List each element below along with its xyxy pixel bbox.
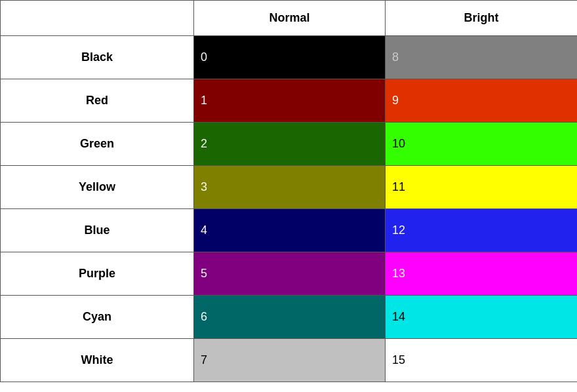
bright-color-white: 15: [386, 339, 578, 382]
normal-color-purple: 5: [194, 252, 386, 296]
normal-color-white: 7: [194, 339, 386, 382]
normal-color-red: 1: [194, 79, 386, 123]
row-label-yellow: Yellow: [1, 166, 194, 209]
row-label-cyan: Cyan: [1, 296, 194, 339]
normal-color-green: 2: [194, 123, 386, 166]
bright-color-purple: 13: [386, 252, 578, 296]
header-normal: Normal: [194, 1, 386, 36]
bright-color-blue: 12: [386, 209, 578, 252]
bright-color-yellow: 11: [386, 166, 578, 209]
row-label-red: Red: [1, 79, 194, 123]
normal-color-black: 0: [194, 36, 386, 79]
bright-color-black: 8: [386, 36, 578, 79]
header-bright: Bright: [386, 1, 578, 36]
row-label-white: White: [1, 339, 194, 382]
bright-color-cyan: 14: [386, 296, 578, 339]
row-label-black: Black: [1, 36, 194, 79]
normal-color-yellow: 3: [194, 166, 386, 209]
row-label-blue: Blue: [1, 209, 194, 252]
row-label-green: Green: [1, 123, 194, 166]
row-label-purple: Purple: [1, 252, 194, 296]
bright-color-green: 10: [386, 123, 578, 166]
normal-color-cyan: 6: [194, 296, 386, 339]
header-empty: [1, 1, 194, 36]
normal-color-blue: 4: [194, 209, 386, 252]
bright-color-red: 9: [386, 79, 578, 123]
